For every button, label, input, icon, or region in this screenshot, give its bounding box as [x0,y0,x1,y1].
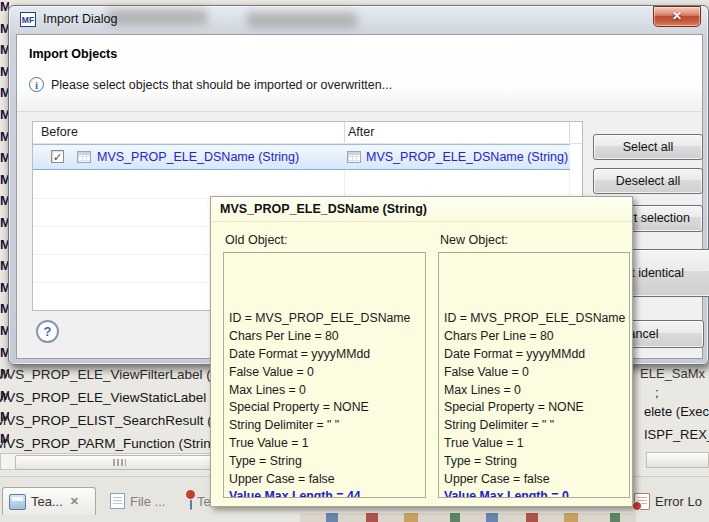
dialog-header-band: Import Objects i Please select objects t… [17,35,702,112]
select-all-button[interactable]: Select all [593,134,703,160]
property-line: String Delimiter = " " [229,417,420,435]
before-cell: MVS_PROP_ELE_DSName (String) [97,150,299,164]
property-line: ID = MVS_PROP_ELE_DSName [444,310,624,328]
old-object-label: Old Object: [225,233,288,247]
property-line: Max Lines = 0 [229,382,420,400]
error-log-icon [634,493,650,510]
property-line: Date Format = yyyyMMdd [444,346,624,364]
background-text-fragment: ; [655,385,659,400]
horizontal-scrollbar[interactable] [0,453,238,470]
tab-close-icon[interactable]: ✕ [70,495,79,508]
file-view-icon [110,493,125,509]
tab-file[interactable]: File ... [104,487,171,515]
tab-team[interactable]: Tea... ✕ [2,487,96,515]
info-message: Please select objects that should be imp… [51,78,392,92]
property-line: Type = String [229,453,420,471]
list-item[interactable]: MVS_PROP_ELE_ViewFilterLabel (Str [0,367,228,382]
tab-label: Error Lo [655,494,702,509]
property-line: Chars Per Line = 80 [444,328,624,346]
tab-label: File ... [130,494,165,509]
team-view-icon [9,494,26,510]
property-line: Special Property = NONE [229,399,420,417]
property-line: True Value = 1 [229,435,420,453]
property-line: Type = String [444,453,624,471]
dialog-heading: Import Objects [29,47,117,61]
list-item[interactable]: MVS_PROP_ELIST_SearchResult (Stri [0,413,232,428]
property-line: Max Lines = 0 [444,382,624,400]
property-line: String Delimiter = " " [444,417,624,435]
property-line: False Value = 0 [444,364,624,382]
screen: MVS_PROP MVS_PROP MVS_PROP MVS_PROP MVS_… [0,0,709,522]
property-line: Value Max Length = 0 [444,488,624,498]
background-text-fragment: ISPF_REX_C [644,427,709,442]
tab-error-log[interactable]: Error Lo [628,487,708,515]
scrollbar-grip-icon [113,459,126,466]
background-text-fragment: elete (Execu [644,404,709,419]
after-cell: MVS_PROP_ELE_DSName (String) [366,150,568,164]
scrollbar-thumb[interactable] [15,455,223,470]
property-line: True Value = 1 [444,435,624,453]
list-item[interactable]: MVS_PROP_ELE_ViewStaticLabel (St [0,390,227,405]
property-grid-icon [347,151,361,163]
new-object-properties: ID = MVS_PROP_ELE_DSNameChars Per Line =… [438,252,630,498]
window-title: Import Dialog [43,12,117,26]
property-line: Value Max Length = 44 [229,488,420,498]
team-error-icon [190,494,192,509]
help-button[interactable]: ? [36,320,59,343]
info-icon: i [29,77,44,92]
tooltip-title: MVS_PROP_ELE_DSName (String) [211,197,632,222]
app-mf-icon: MF [20,12,36,27]
background-text-fragment: ELE_SaMx [640,366,705,381]
old-object-properties: ID = MVS_PROP_ELE_DSNameChars Per Line =… [223,252,426,498]
new-object-label: New Object: [440,233,508,247]
tab-label: Tea... [31,494,63,509]
column-header-after: After [348,125,374,139]
property-line: Upper Case = false [444,471,624,489]
titlebar-glass-artifact [107,9,207,25]
close-button[interactable]: ✕ [653,6,701,27]
list-item[interactable]: MVS_PROP_PARM_Function (String [0,436,218,451]
taskbar-sliver [300,513,636,522]
property-line: Upper Case = false [229,471,420,489]
property-line: False Value = 0 [229,364,420,382]
property-line: ID = MVS_PROP_ELE_DSName [229,310,420,328]
error-badge-icon [185,489,196,500]
property-grid-icon [77,151,91,163]
column-header-before: Before [41,125,78,139]
titlebar-glass-artifact [247,12,357,28]
deselect-all-button[interactable]: Deselect all [593,168,703,194]
row-checkbox[interactable]: ✓ [51,150,64,163]
horizontal-scrollbar-right[interactable] [646,452,709,468]
property-line: Date Format = yyyyMMdd [229,346,420,364]
property-line: Chars Per Line = 80 [229,328,420,346]
table-row[interactable]: ✓ MVS_PROP_ELE_DSName (String) MVS_PROP_… [33,144,570,170]
property-line: Special Property = NONE [444,399,624,417]
property-tooltip: MVS_PROP_ELE_DSName (String) Old Object:… [210,196,633,507]
